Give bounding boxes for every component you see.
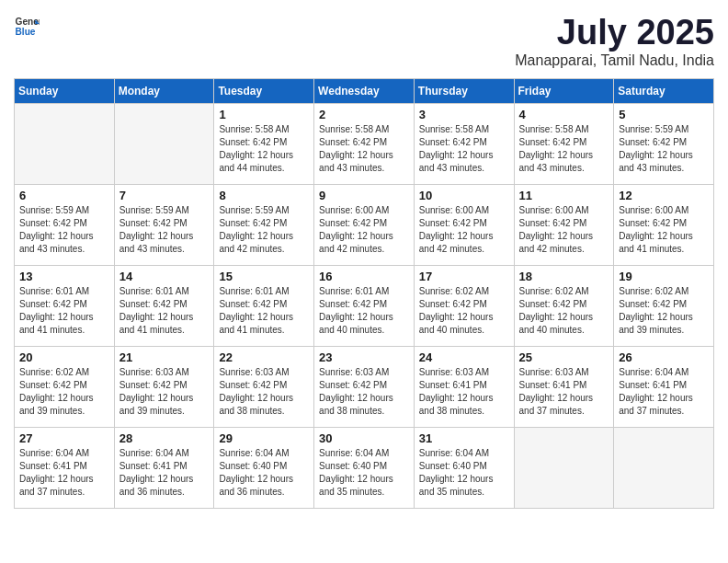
- calendar-cell: 10Sunrise: 6:00 AM Sunset: 6:42 PM Dayli…: [414, 184, 514, 265]
- day-number: 29: [219, 431, 309, 445]
- calendar-cell: 24Sunrise: 6:03 AM Sunset: 6:41 PM Dayli…: [414, 346, 514, 427]
- day-number: 6: [19, 189, 109, 202]
- calendar-cell: 23Sunrise: 6:03 AM Sunset: 6:42 PM Dayli…: [314, 346, 415, 427]
- day-info: Sunrise: 5:59 AM Sunset: 6:42 PM Dayligh…: [19, 204, 109, 256]
- day-number: 2: [319, 108, 409, 121]
- day-number: 19: [619, 270, 709, 283]
- weekday-header-friday: Friday: [514, 78, 614, 103]
- day-info: Sunrise: 6:03 AM Sunset: 6:42 PM Dayligh…: [219, 366, 309, 418]
- day-info: Sunrise: 6:03 AM Sunset: 6:41 PM Dayligh…: [419, 366, 509, 418]
- day-info: Sunrise: 6:03 AM Sunset: 6:41 PM Dayligh…: [519, 366, 609, 418]
- logo: General Blue: [14, 14, 40, 40]
- calendar-title: July 2025: [515, 14, 714, 52]
- day-number: 28: [119, 431, 210, 445]
- day-number: 30: [319, 431, 409, 445]
- calendar-cell: 6Sunrise: 5:59 AM Sunset: 6:42 PM Daylig…: [15, 184, 115, 265]
- calendar-cell: 26Sunrise: 6:04 AM Sunset: 6:41 PM Dayli…: [614, 346, 714, 427]
- day-info: Sunrise: 5:58 AM Sunset: 6:42 PM Dayligh…: [519, 123, 609, 175]
- calendar-cell: 1Sunrise: 5:58 AM Sunset: 6:42 PM Daylig…: [214, 103, 314, 184]
- calendar-cell: 31Sunrise: 6:04 AM Sunset: 6:40 PM Dayli…: [414, 427, 514, 508]
- day-info: Sunrise: 6:02 AM Sunset: 6:42 PM Dayligh…: [519, 285, 609, 337]
- weekday-header-tuesday: Tuesday: [214, 78, 314, 103]
- calendar-cell: 25Sunrise: 6:03 AM Sunset: 6:41 PM Dayli…: [514, 346, 614, 427]
- weekday-header-thursday: Thursday: [414, 78, 514, 103]
- day-number: 22: [219, 350, 309, 364]
- day-info: Sunrise: 6:03 AM Sunset: 6:42 PM Dayligh…: [319, 366, 409, 418]
- svg-text:Blue: Blue: [16, 27, 36, 37]
- day-number: 25: [519, 350, 609, 364]
- day-number: 7: [119, 189, 210, 202]
- calendar-week-row: 27Sunrise: 6:04 AM Sunset: 6:41 PM Dayli…: [15, 427, 714, 508]
- day-number: 4: [519, 108, 609, 121]
- calendar-cell: 7Sunrise: 5:59 AM Sunset: 6:42 PM Daylig…: [114, 184, 214, 265]
- calendar-cell: [15, 103, 115, 184]
- day-number: 16: [319, 270, 409, 283]
- calendar-cell: [614, 427, 714, 508]
- day-info: Sunrise: 6:02 AM Sunset: 6:42 PM Dayligh…: [619, 285, 709, 337]
- calendar-week-row: 6Sunrise: 5:59 AM Sunset: 6:42 PM Daylig…: [15, 184, 714, 265]
- day-number: 13: [19, 270, 109, 283]
- weekday-header-row: SundayMondayTuesdayWednesdayThursdayFrid…: [15, 78, 714, 103]
- day-number: 18: [519, 270, 609, 283]
- calendar-cell: 15Sunrise: 6:01 AM Sunset: 6:42 PM Dayli…: [214, 265, 314, 346]
- day-info: Sunrise: 6:00 AM Sunset: 6:42 PM Dayligh…: [419, 204, 509, 256]
- calendar-subtitle: Manapparai, Tamil Nadu, India: [515, 52, 714, 69]
- calendar-cell: 9Sunrise: 6:00 AM Sunset: 6:42 PM Daylig…: [314, 184, 415, 265]
- day-number: 10: [419, 189, 509, 202]
- calendar-cell: 11Sunrise: 6:00 AM Sunset: 6:42 PM Dayli…: [514, 184, 614, 265]
- day-number: 5: [619, 108, 709, 121]
- day-number: 23: [319, 350, 409, 364]
- calendar-cell: 16Sunrise: 6:01 AM Sunset: 6:42 PM Dayli…: [314, 265, 415, 346]
- day-number: 20: [19, 350, 109, 364]
- calendar-cell: 28Sunrise: 6:04 AM Sunset: 6:41 PM Dayli…: [114, 427, 214, 508]
- day-info: Sunrise: 5:58 AM Sunset: 6:42 PM Dayligh…: [319, 123, 409, 175]
- calendar-cell: 4Sunrise: 5:58 AM Sunset: 6:42 PM Daylig…: [514, 103, 614, 184]
- calendar-cell: [114, 103, 214, 184]
- weekday-header-wednesday: Wednesday: [314, 78, 415, 103]
- calendar-cell: 14Sunrise: 6:01 AM Sunset: 6:42 PM Dayli…: [114, 265, 214, 346]
- calendar-cell: 12Sunrise: 6:00 AM Sunset: 6:42 PM Dayli…: [614, 184, 714, 265]
- day-number: 15: [219, 270, 309, 283]
- calendar-cell: 13Sunrise: 6:01 AM Sunset: 6:42 PM Dayli…: [15, 265, 115, 346]
- day-info: Sunrise: 6:02 AM Sunset: 6:42 PM Dayligh…: [19, 366, 109, 418]
- calendar-cell: 8Sunrise: 5:59 AM Sunset: 6:42 PM Daylig…: [214, 184, 314, 265]
- calendar-week-row: 1Sunrise: 5:58 AM Sunset: 6:42 PM Daylig…: [15, 103, 714, 184]
- day-number: 8: [219, 189, 309, 202]
- day-number: 17: [419, 270, 509, 283]
- day-info: Sunrise: 5:59 AM Sunset: 6:42 PM Dayligh…: [619, 123, 709, 175]
- day-info: Sunrise: 6:01 AM Sunset: 6:42 PM Dayligh…: [119, 285, 210, 337]
- day-info: Sunrise: 6:01 AM Sunset: 6:42 PM Dayligh…: [319, 285, 409, 337]
- day-info: Sunrise: 6:01 AM Sunset: 6:42 PM Dayligh…: [219, 285, 309, 337]
- calendar-cell: 3Sunrise: 5:58 AM Sunset: 6:42 PM Daylig…: [414, 103, 514, 184]
- day-info: Sunrise: 6:01 AM Sunset: 6:42 PM Dayligh…: [19, 285, 109, 337]
- day-info: Sunrise: 6:04 AM Sunset: 6:40 PM Dayligh…: [219, 447, 309, 499]
- day-info: Sunrise: 6:04 AM Sunset: 6:40 PM Dayligh…: [419, 447, 509, 499]
- title-block: July 2025 Manapparai, Tamil Nadu, India: [515, 14, 714, 69]
- day-number: 1: [219, 108, 309, 121]
- calendar-week-row: 20Sunrise: 6:02 AM Sunset: 6:42 PM Dayli…: [15, 346, 714, 427]
- day-info: Sunrise: 6:04 AM Sunset: 6:41 PM Dayligh…: [119, 447, 210, 499]
- day-info: Sunrise: 6:03 AM Sunset: 6:42 PM Dayligh…: [119, 366, 210, 418]
- day-info: Sunrise: 5:59 AM Sunset: 6:42 PM Dayligh…: [119, 204, 210, 256]
- day-info: Sunrise: 5:58 AM Sunset: 6:42 PM Dayligh…: [419, 123, 509, 175]
- weekday-header-sunday: Sunday: [15, 78, 115, 103]
- day-info: Sunrise: 5:59 AM Sunset: 6:42 PM Dayligh…: [219, 204, 309, 256]
- day-number: 12: [619, 189, 709, 202]
- generalblue-logo-icon: General Blue: [14, 14, 40, 40]
- day-info: Sunrise: 6:02 AM Sunset: 6:42 PM Dayligh…: [419, 285, 509, 337]
- day-number: 31: [419, 431, 509, 445]
- day-number: 9: [319, 189, 409, 202]
- calendar-cell: 5Sunrise: 5:59 AM Sunset: 6:42 PM Daylig…: [614, 103, 714, 184]
- weekday-header-monday: Monday: [114, 78, 214, 103]
- calendar-cell: 30Sunrise: 6:04 AM Sunset: 6:40 PM Dayli…: [314, 427, 415, 508]
- day-number: 21: [119, 350, 210, 364]
- day-number: 14: [119, 270, 210, 283]
- calendar-cell: 20Sunrise: 6:02 AM Sunset: 6:42 PM Dayli…: [15, 346, 115, 427]
- day-info: Sunrise: 6:00 AM Sunset: 6:42 PM Dayligh…: [319, 204, 409, 256]
- day-info: Sunrise: 6:04 AM Sunset: 6:41 PM Dayligh…: [19, 447, 109, 499]
- calendar-cell: 17Sunrise: 6:02 AM Sunset: 6:42 PM Dayli…: [414, 265, 514, 346]
- calendar-cell: 22Sunrise: 6:03 AM Sunset: 6:42 PM Dayli…: [214, 346, 314, 427]
- day-number: 3: [419, 108, 509, 121]
- weekday-header-saturday: Saturday: [614, 78, 714, 103]
- day-number: 27: [19, 431, 109, 445]
